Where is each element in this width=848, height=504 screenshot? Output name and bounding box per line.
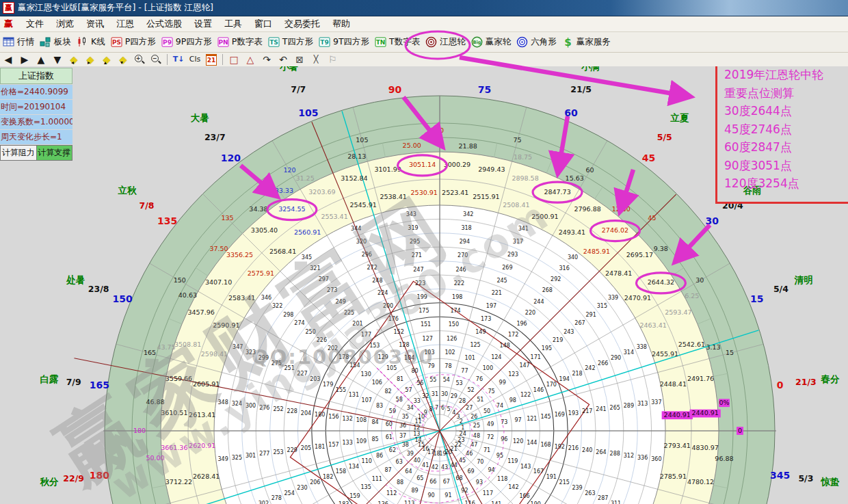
svg-text:167: 167 — [533, 468, 544, 475]
9t-square-button[interactable]: T99T四方形 — [319, 36, 369, 48]
svg-text:119: 119 — [507, 458, 518, 464]
arc-cw-icon[interactable]: ↷ — [259, 53, 275, 66]
svg-text:49: 49 — [487, 421, 494, 427]
svg-text:3712.22: 3712.22 — [165, 478, 192, 486]
hexagon-button[interactable]: 六角形 — [516, 36, 557, 48]
menu-item-0[interactable]: 文件 — [20, 16, 50, 31]
svg-text:181: 181 — [315, 444, 325, 450]
svg-text:146: 146 — [533, 387, 544, 393]
svg-text:180: 180 — [133, 427, 146, 434]
svg-text:196: 196 — [516, 321, 527, 327]
up-tool-icon[interactable]: ▲ — [33, 53, 49, 66]
svg-text:2695.17: 2695.17 — [626, 251, 653, 258]
svg-text:218: 218 — [572, 371, 582, 377]
svg-text:337: 337 — [651, 399, 661, 406]
zoom-in-icon[interactable]: + — [131, 53, 148, 66]
menu-item-2[interactable]: 资讯 — [80, 16, 110, 31]
svg-text:21/5: 21/5 — [570, 84, 592, 94]
diamond-right-icon[interactable]: ◆▸ — [82, 53, 98, 66]
svg-text:345: 345 — [302, 254, 312, 261]
svg-text:3661.36: 3661.36 — [161, 444, 187, 451]
calc-resistance-button[interactable]: 计算阻力 — [0, 145, 37, 161]
winner-wheel-button[interactable]: Big赢家轮 — [471, 36, 512, 48]
window-title: 赢家江恩专业版[赢家服务平台] - [上证指数 江恩轮] — [18, 2, 213, 14]
arc-ccw-icon[interactable]: ↶ — [275, 53, 291, 66]
svg-text:241: 241 — [596, 406, 606, 412]
title-bar: 赢 赢家江恩专业版[赢家服务平台] - [上证指数 江恩轮] — [0, 0, 848, 16]
menu-item-4[interactable]: 公式选股 — [140, 16, 188, 31]
svg-text:76: 76 — [476, 376, 483, 382]
t-arrow-icon[interactable]: T↓ — [170, 53, 187, 66]
svg-text:5/4: 5/4 — [773, 284, 789, 294]
svg-text:243: 243 — [564, 329, 574, 335]
p-table-button[interactable]: PNP数字表 — [217, 36, 263, 48]
svg-text:83: 83 — [376, 403, 383, 409]
menu-item-9[interactable]: 帮助 — [326, 16, 356, 31]
svg-text:263: 263 — [585, 490, 595, 496]
flag-icon[interactable]: ⚐ — [324, 53, 341, 66]
svg-text:177: 177 — [361, 332, 371, 338]
svg-text:75: 75 — [488, 388, 494, 395]
menu-item-1[interactable]: 浏览 — [50, 16, 80, 31]
svg-text:34.38: 34.38 — [249, 205, 267, 213]
svg-text:108: 108 — [356, 417, 367, 423]
cls-button[interactable]: Cls — [187, 53, 203, 66]
sectors-button[interactable]: 板块 — [40, 36, 71, 48]
cross-icon[interactable]: ╳ — [308, 53, 324, 66]
menu-item-6[interactable]: 工具 — [218, 16, 248, 31]
svg-text:95: 95 — [496, 453, 503, 459]
svg-text:3101.99: 3101.99 — [374, 165, 401, 173]
svg-text:2590.91: 2590.91 — [213, 321, 239, 329]
svg-text:3508.81: 3508.81 — [174, 341, 201, 348]
zoom-out-icon[interactable]: − — [148, 53, 164, 66]
svg-text:7/9: 7/9 — [66, 377, 81, 387]
t-square-button[interactable]: TST四方形 — [268, 36, 313, 48]
winner-service-button[interactable]: $赢家服务 — [562, 36, 611, 48]
drawing-toolbar: ◀▶▲▼◆◂◆▸◆▴◆▾+−T↓Cls21□△↷↶⊠╳⚐ — [0, 53, 848, 67]
menu-item-3[interactable]: 江恩 — [110, 16, 140, 31]
calc-support-button[interactable]: 计算支撑 — [37, 145, 73, 161]
9p-square-button[interactable]: P99P四方形 — [161, 36, 212, 48]
diamond-down-icon[interactable]: ◆▾ — [115, 53, 131, 66]
chart-canvas[interactable]: 1234567891011121314151617181920212223242… — [0, 66, 848, 504]
svg-text:25: 25 — [473, 423, 480, 429]
svg-text:2493.41: 2493.41 — [559, 228, 585, 236]
rect-tool-icon[interactable]: □ — [226, 53, 242, 66]
svg-text:202: 202 — [328, 345, 338, 352]
forward-icon[interactable]: ▶ — [16, 53, 33, 66]
triangle-tool-icon[interactable]: △ — [242, 53, 259, 66]
svg-text:117: 117 — [483, 490, 493, 496]
t-table-button[interactable]: TNT数字表 — [375, 36, 420, 48]
svg-text:15.63: 15.63 — [566, 174, 584, 182]
svg-text:224: 224 — [377, 290, 388, 296]
toolbar-separator — [222, 54, 223, 65]
dollar-icon: $ — [562, 36, 574, 48]
svg-text:135: 135 — [222, 214, 234, 222]
back-icon[interactable]: ◀ — [0, 53, 16, 66]
svg-text:40: 40 — [414, 457, 421, 464]
boxed-x-icon[interactable]: ⊠ — [291, 53, 308, 66]
svg-text:7: 7 — [435, 405, 438, 411]
menu-item-5[interactable]: 设置 — [188, 16, 218, 31]
down-tool-icon[interactable]: ▼ — [49, 53, 66, 66]
svg-text:249: 249 — [335, 299, 345, 305]
svg-text:15: 15 — [750, 293, 763, 304]
diamond-up-icon[interactable]: ◆▴ — [98, 53, 115, 66]
svg-text:276: 276 — [259, 405, 269, 411]
kline-button[interactable]: K线 — [77, 36, 105, 48]
quotes-button[interactable]: 行情 — [3, 36, 34, 48]
p-square-button[interactable]: PSP四方形 — [111, 36, 156, 48]
svg-text:32: 32 — [422, 393, 429, 399]
svg-text:2644.32: 2644.32 — [648, 278, 674, 286]
svg-text:120: 120 — [513, 438, 523, 445]
gann-wheel-button[interactable]: 江恩轮 — [425, 36, 466, 48]
svg-text:30: 30 — [706, 215, 719, 226]
svg-text:2898.58: 2898.58 — [512, 174, 538, 182]
calendar-icon[interactable]: 21 — [203, 53, 220, 66]
svg-text:2628.41: 2628.41 — [193, 473, 220, 480]
panel-buttons: 计算阻力计算支撑 — [0, 145, 72, 161]
menu-item-8[interactable]: 交易委托 — [278, 16, 326, 31]
t-table-button-label: T数字表 — [389, 36, 420, 48]
menu-item-7[interactable]: 窗口 — [248, 16, 278, 31]
diamond-left-icon[interactable]: ◆◂ — [66, 53, 82, 66]
